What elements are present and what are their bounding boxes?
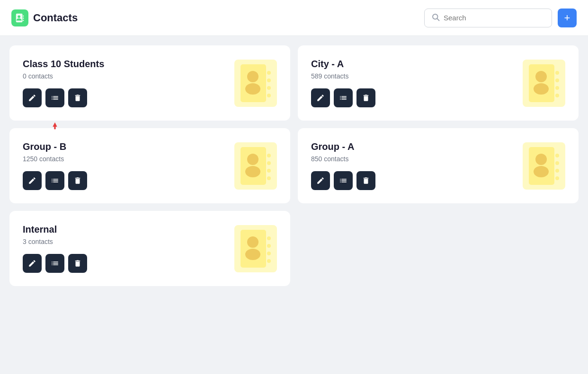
svg-point-40	[247, 236, 258, 248]
header-right: +	[424, 9, 577, 27]
svg-point-42	[267, 236, 271, 240]
edit-button-groupA[interactable]	[311, 171, 330, 190]
delete-button-class10[interactable]	[68, 88, 87, 107]
svg-point-17	[267, 94, 271, 97]
svg-marker-10	[53, 122, 57, 127]
svg-point-22	[555, 78, 559, 82]
card-image-cityA	[523, 60, 565, 107]
svg-point-36	[555, 161, 559, 165]
svg-point-14	[267, 71, 271, 75]
card-count-internal: 3 contacts	[23, 238, 87, 245]
group-card-internal: Internal 3 contacts	[9, 211, 290, 286]
card-title-groupA: Group - A	[311, 141, 375, 152]
svg-point-27	[245, 166, 260, 177]
svg-point-24	[555, 94, 559, 97]
card-image-internal	[234, 225, 277, 272]
list-button-groupA[interactable]	[334, 171, 353, 190]
header-left: Contacts	[11, 9, 78, 26]
svg-point-35	[555, 154, 559, 157]
list-button-cityA[interactable]	[334, 88, 353, 107]
svg-marker-9	[53, 123, 56, 127]
svg-point-33	[535, 154, 547, 165]
search-input[interactable]	[444, 14, 545, 22]
card-actions-internal	[23, 254, 87, 273]
edit-button-internal[interactable]	[23, 254, 42, 273]
contacts-app-icon	[11, 9, 28, 26]
svg-marker-8	[53, 122, 57, 127]
svg-point-43	[267, 244, 271, 248]
svg-point-28	[267, 154, 271, 157]
list-button-class10[interactable]	[45, 88, 64, 107]
svg-point-13	[245, 83, 260, 95]
delete-button-cityA[interactable]	[356, 88, 375, 107]
card-title-internal: Internal	[23, 224, 87, 235]
edit-button-cityA[interactable]	[311, 88, 330, 107]
svg-point-45	[267, 259, 271, 263]
svg-line-6	[437, 18, 439, 20]
svg-point-29	[267, 161, 271, 165]
svg-point-12	[247, 71, 258, 82]
svg-rect-2	[23, 15, 24, 17]
svg-point-15	[267, 78, 271, 82]
delete-button-internal[interactable]	[68, 254, 87, 273]
svg-point-26	[247, 154, 258, 165]
svg-rect-18	[529, 64, 554, 102]
svg-point-34	[534, 166, 549, 177]
svg-rect-0	[16, 13, 23, 22]
card-info-groupA: Group - A 850 contacts	[311, 141, 375, 190]
svg-point-19	[535, 71, 547, 82]
card-image-groupA	[523, 142, 565, 190]
svg-point-23	[555, 86, 559, 90]
search-container	[424, 9, 552, 27]
group-card-groupA: Group - A 850 contacts	[298, 128, 579, 203]
card-info-internal: Internal 3 contacts	[23, 224, 87, 273]
page-title: Contacts	[33, 12, 78, 24]
delete-button-groupB[interactable]	[68, 171, 87, 190]
list-button-groupB[interactable]	[45, 171, 64, 190]
search-icon	[431, 13, 440, 23]
edit-button-groupB[interactable]	[23, 171, 42, 190]
card-image-groupB	[234, 142, 277, 190]
edit-button-class10[interactable]	[23, 88, 42, 107]
card-title-cityA: City - A	[311, 59, 375, 70]
card-count-groupA: 850 contacts	[311, 155, 375, 163]
card-image-class10	[234, 60, 277, 107]
contacts-grid: Class 10 Students 0 contacts	[9, 45, 579, 286]
svg-point-1	[18, 15, 20, 18]
card-info-class10: Class 10 Students 0 contacts	[23, 59, 104, 107]
card-actions-class10	[23, 88, 104, 107]
card-actions-groupB	[23, 171, 87, 190]
svg-point-31	[267, 176, 271, 180]
card-count-groupB: 1250 contacts	[23, 155, 87, 163]
list-button-internal[interactable]	[45, 254, 64, 273]
svg-point-37	[555, 169, 559, 173]
svg-point-44	[267, 252, 271, 255]
main-content: Class 10 Students 0 contacts	[0, 36, 588, 296]
card-actions-cityA	[311, 88, 375, 107]
card-info-groupB: Group - B 1250 contacts	[23, 141, 87, 190]
card-actions-groupA	[311, 171, 375, 190]
card-info-cityA: City - A 589 contacts	[311, 59, 375, 107]
group-card-class10: Class 10 Students 0 contacts	[9, 45, 290, 121]
svg-point-30	[267, 169, 271, 173]
svg-point-16	[267, 86, 271, 90]
group-card-cityA: City - A 589 contacts	[298, 45, 579, 121]
svg-point-20	[534, 83, 549, 95]
card-count-class10: 0 contacts	[23, 72, 104, 80]
header: Contacts +	[0, 0, 588, 36]
group-card-groupB: Group - B 1250 contacts	[9, 128, 290, 203]
card-count-cityA: 589 contacts	[311, 72, 375, 80]
svg-point-41	[245, 249, 260, 260]
svg-rect-39	[241, 230, 266, 268]
card-title-groupB: Group - B	[23, 141, 87, 152]
svg-point-21	[555, 71, 559, 75]
svg-point-38	[555, 176, 559, 180]
svg-rect-25	[241, 147, 266, 185]
svg-rect-3	[23, 17, 24, 19]
card-title-class10: Class 10 Students	[23, 59, 104, 70]
add-contact-button[interactable]: +	[558, 9, 577, 27]
svg-rect-4	[23, 19, 24, 21]
svg-rect-11	[241, 64, 266, 102]
delete-button-groupA[interactable]	[356, 171, 375, 190]
svg-rect-32	[529, 147, 554, 185]
